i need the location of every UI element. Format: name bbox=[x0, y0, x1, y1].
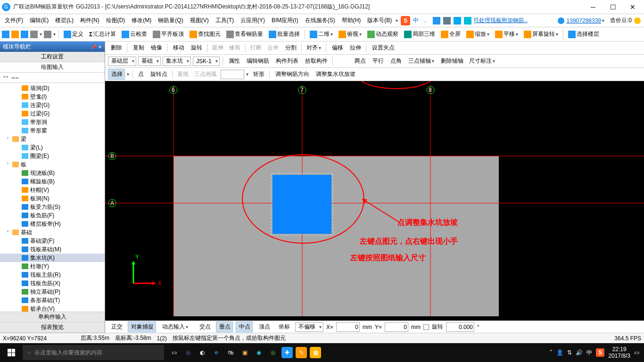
tray-network-icon[interactable]: ⇅ bbox=[567, 349, 572, 356]
taskview-icon[interactable]: ▭ bbox=[167, 343, 181, 362]
tree-node[interactable]: 板洞(N) bbox=[0, 194, 105, 203]
rotate-button[interactable]: 旋转 bbox=[188, 43, 204, 53]
osnap-toggle[interactable]: 对象捕捉 bbox=[128, 321, 156, 332]
mirror-button[interactable]: 镜像 bbox=[148, 43, 164, 53]
tree-node[interactable]: 梁(L) bbox=[0, 143, 105, 152]
tree-node[interactable]: ˅基础 bbox=[0, 228, 105, 237]
perp-toggle[interactable]: 垂点 bbox=[216, 321, 233, 332]
menu-draw[interactable]: 绘图(D) bbox=[103, 16, 128, 25]
tree-node[interactable]: 圈梁(E) bbox=[0, 152, 105, 160]
taskbar-search[interactable]: ○ 在这里输入你要搜索的内容 bbox=[23, 345, 164, 360]
point-button[interactable]: 点 bbox=[135, 69, 146, 79]
tree-node[interactable]: 壁龛(I) bbox=[0, 92, 105, 101]
menu-modify[interactable]: 修改(M) bbox=[129, 16, 154, 25]
menu-component[interactable]: 构件(N) bbox=[77, 16, 102, 25]
task-app2-icon[interactable]: ◐ bbox=[195, 343, 209, 362]
task-app3-icon[interactable]: ◉ bbox=[252, 343, 266, 362]
save-icon[interactable] bbox=[21, 31, 28, 38]
tree-node[interactable]: 条形基础(T) bbox=[0, 296, 105, 304]
tree-node[interactable]: 墙洞(D) bbox=[0, 84, 105, 92]
menu-rebar[interactable]: 钢筋量(Q) bbox=[155, 16, 186, 25]
pickcomp-button[interactable]: 拾取构件 bbox=[302, 56, 330, 66]
screenrot-button[interactable]: 屏幕旋转▾ bbox=[522, 29, 560, 39]
tree-node[interactable]: 板受力筋(S) bbox=[0, 203, 105, 211]
menu-bim[interactable]: BIM应用(I) bbox=[269, 16, 301, 25]
lookdown-button[interactable]: 俯视▾ bbox=[337, 29, 363, 39]
delaux-button[interactable]: 删除辅轴 bbox=[438, 56, 465, 66]
mid-toggle[interactable]: 中点 bbox=[236, 321, 253, 332]
ime-indicator-icon[interactable]: S bbox=[401, 16, 410, 25]
offset-select[interactable]: 不偏移 bbox=[295, 322, 323, 332]
drawing-canvas[interactable]: 6 7 8 B A X Y 点调整集水坑放 bbox=[105, 81, 644, 321]
dimmark-button[interactable]: 尺寸标注▾ bbox=[467, 56, 497, 66]
parallel-button[interactable]: 平行 bbox=[370, 56, 386, 66]
tree-node[interactable]: 筏板基础(M) bbox=[0, 245, 105, 254]
faq-link[interactable]: 可处理筏板附加钢筋.. bbox=[473, 16, 528, 25]
offset-button[interactable]: 偏移 bbox=[329, 43, 345, 53]
type-select[interactable]: 集水坑 bbox=[163, 57, 191, 66]
dynview-button[interactable]: 动态观察 bbox=[365, 29, 400, 39]
task-ggj-icon[interactable]: ✚ bbox=[281, 347, 293, 358]
layer-select[interactable]: 基础层 bbox=[108, 57, 136, 66]
arc-input[interactable] bbox=[221, 70, 244, 79]
task-edge-icon[interactable]: e bbox=[209, 343, 223, 362]
leveltop-button[interactable]: 平齐板顶 bbox=[151, 29, 186, 39]
move-button[interactable]: 移动 bbox=[170, 43, 186, 53]
dyninput-toggle[interactable]: 动态输入▾ bbox=[159, 321, 190, 332]
task-app5-icon[interactable]: ✎ bbox=[296, 347, 307, 358]
nav-bot-report[interactable]: 报表预览 bbox=[0, 322, 105, 333]
y-input[interactable] bbox=[385, 322, 408, 332]
menu-more-icon[interactable]: ▾ bbox=[396, 18, 398, 23]
rotpt-button[interactable]: 旋转点 bbox=[148, 69, 169, 79]
nav-bot-single[interactable]: 单构件输入 bbox=[0, 312, 105, 322]
tray-notification-icon[interactable]: ▭ bbox=[634, 349, 639, 356]
menu-cloud[interactable]: 云应用(Y) bbox=[238, 16, 268, 25]
define-button[interactable]: 定义 bbox=[62, 29, 85, 39]
zoom-button[interactable]: 缩放▾ bbox=[464, 29, 491, 39]
sumcalc-button[interactable]: Σ汇总计算 bbox=[87, 29, 118, 39]
ortho-toggle[interactable]: 正交 bbox=[108, 321, 125, 332]
nav-tab-draw[interactable]: 绘图输入 bbox=[0, 62, 105, 73]
delete-button[interactable]: 删除 bbox=[108, 43, 124, 53]
task-app1-icon[interactable]: ◎ bbox=[181, 343, 195, 362]
task-store-icon[interactable]: 🛍 bbox=[223, 343, 238, 362]
adjsump-button[interactable]: 调整集水坑放坡 bbox=[313, 69, 357, 79]
tree-node[interactable]: 柱墩(Y) bbox=[0, 262, 105, 271]
dotangle-button[interactable]: 点角 bbox=[388, 56, 404, 66]
pan-button[interactable]: 平移▾ bbox=[493, 29, 520, 39]
select-button[interactable]: 选择 bbox=[108, 69, 125, 80]
rot-checkbox[interactable] bbox=[423, 324, 429, 330]
tree-node[interactable]: 带形洞 bbox=[0, 118, 105, 126]
tray-chevron-icon[interactable]: ˄ bbox=[550, 349, 553, 356]
tree-node[interactable]: 独立基础(P) bbox=[0, 288, 105, 296]
menu-edit[interactable]: 编辑(E) bbox=[27, 16, 51, 25]
tree-node[interactable]: 螺旋板(B) bbox=[0, 177, 105, 186]
task-app4-icon[interactable]: ◎ bbox=[266, 343, 280, 362]
tree-node[interactable]: 连梁(G) bbox=[0, 101, 105, 109]
local3d-button[interactable]: 局部三维 bbox=[402, 29, 437, 39]
maximize-button[interactable]: ☐ bbox=[603, 1, 622, 13]
prop-button[interactable]: 属性 bbox=[226, 56, 242, 66]
menu-tools[interactable]: 工具(T) bbox=[213, 16, 237, 25]
tree-node[interactable]: 筏板主筋(R) bbox=[0, 271, 105, 279]
coord-toggle[interactable]: 坐标 bbox=[275, 321, 292, 332]
new-icon[interactable] bbox=[2, 31, 9, 38]
wrench-icon[interactable] bbox=[464, 17, 471, 25]
twod-button[interactable]: 二维▾ bbox=[308, 29, 335, 39]
tree-node[interactable]: 筏板负筋(X) bbox=[0, 279, 105, 288]
setgrip-button[interactable]: 设置夹点 bbox=[369, 43, 396, 53]
twopt-button[interactable]: 两点 bbox=[352, 56, 368, 66]
menu-view[interactable]: 视图(V) bbox=[187, 16, 212, 25]
start-button[interactable] bbox=[0, 343, 23, 362]
tray-volume-icon[interactable]: 🔊 bbox=[576, 349, 583, 356]
editrebar-button[interactable]: 编辑钢筋 bbox=[244, 56, 271, 66]
tree-node[interactable]: ˅板 bbox=[0, 160, 105, 169]
align-button[interactable]: 对齐▾ bbox=[305, 43, 323, 53]
tree-node[interactable]: 现浇板(B) bbox=[0, 169, 105, 177]
menu-version[interactable]: 版本号(B) bbox=[364, 16, 395, 25]
menu-help[interactable]: 帮助(H) bbox=[339, 16, 364, 25]
collapse-icon[interactable]: ‒‒ bbox=[11, 74, 19, 81]
tree-node[interactable]: 过梁(G) bbox=[0, 109, 105, 118]
user-id[interactable]: 13907298339 bbox=[567, 17, 601, 24]
batchsel-button[interactable]: 批量选择 bbox=[267, 29, 302, 39]
